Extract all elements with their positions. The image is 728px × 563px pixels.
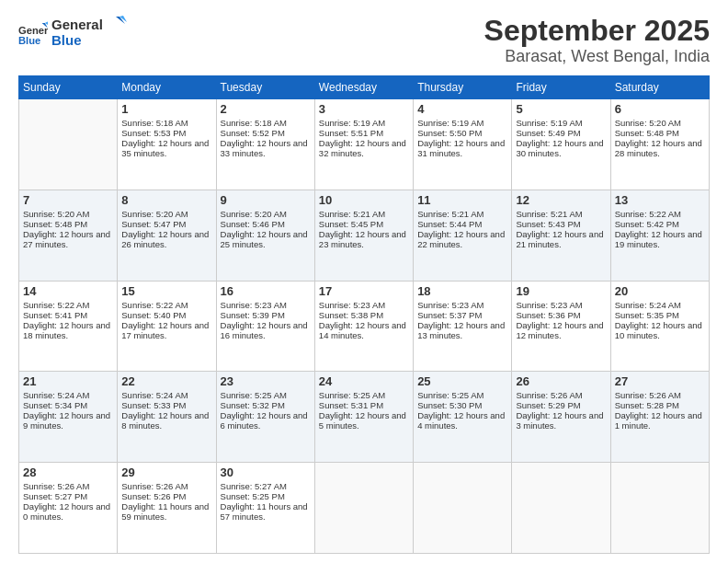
col-saturday: Saturday: [610, 76, 709, 99]
sunrise-text: Sunrise: 5:26 AM: [121, 481, 211, 491]
sunrise-text: Sunrise: 5:21 AM: [319, 209, 409, 219]
sunset-text: Sunset: 5:40 PM: [121, 310, 211, 320]
sunset-text: Sunset: 5:48 PM: [615, 128, 705, 138]
col-tuesday: Tuesday: [216, 76, 314, 99]
svg-text:Blue: Blue: [51, 32, 82, 48]
day-number: 15: [121, 284, 211, 298]
table-row: [512, 463, 610, 554]
day-number: 13: [615, 193, 705, 207]
daylight-text: Daylight: 12 hours and 18 minutes.: [23, 320, 113, 340]
sunset-text: Sunset: 5:44 PM: [417, 219, 507, 229]
table-row: 8Sunrise: 5:20 AMSunset: 5:47 PMDaylight…: [118, 190, 216, 281]
sunset-text: Sunset: 5:32 PM: [221, 400, 311, 410]
calendar-week-row: 21Sunrise: 5:24 AMSunset: 5:34 PMDayligh…: [19, 372, 710, 463]
sunrise-text: Sunrise: 5:19 AM: [319, 118, 409, 128]
day-number: 2: [221, 102, 311, 116]
daylight-text: Daylight: 12 hours and 27 minutes.: [23, 229, 113, 249]
daylight-text: Daylight: 12 hours and 14 minutes.: [319, 320, 409, 340]
col-sunday: Sunday: [19, 76, 118, 99]
table-row: 23Sunrise: 5:25 AMSunset: 5:32 PMDayligh…: [216, 372, 314, 463]
day-number: 6: [615, 102, 705, 116]
sunset-text: Sunset: 5:25 PM: [221, 491, 311, 501]
daylight-text: Daylight: 12 hours and 5 minutes.: [319, 410, 409, 431]
daylight-text: Daylight: 12 hours and 4 minutes.: [417, 410, 507, 431]
sunset-text: Sunset: 5:47 PM: [121, 219, 211, 229]
daylight-text: Daylight: 11 hours and 57 minutes.: [221, 501, 311, 522]
table-row: 21Sunrise: 5:24 AMSunset: 5:34 PMDayligh…: [19, 372, 118, 463]
table-row: 19Sunrise: 5:23 AMSunset: 5:36 PMDayligh…: [512, 281, 610, 372]
day-number: 18: [417, 284, 507, 298]
daylight-text: Daylight: 12 hours and 6 minutes.: [221, 410, 311, 431]
sunset-text: Sunset: 5:38 PM: [319, 310, 409, 320]
daylight-text: Daylight: 12 hours and 23 minutes.: [319, 229, 409, 249]
sunrise-text: Sunrise: 5:21 AM: [516, 209, 606, 219]
daylight-text: Daylight: 12 hours and 21 minutes.: [516, 229, 606, 249]
day-number: 10: [319, 193, 409, 207]
sunset-text: Sunset: 5:48 PM: [23, 219, 113, 229]
daylight-text: Daylight: 12 hours and 16 minutes.: [221, 320, 311, 340]
day-number: 12: [516, 193, 606, 207]
table-row: 4Sunrise: 5:19 AMSunset: 5:50 PMDaylight…: [414, 99, 512, 190]
table-row: [610, 463, 709, 554]
sunset-text: Sunset: 5:52 PM: [221, 128, 311, 138]
table-row: 2Sunrise: 5:18 AMSunset: 5:52 PMDaylight…: [216, 99, 314, 190]
sunrise-text: Sunrise: 5:23 AM: [516, 300, 606, 310]
table-row: 7Sunrise: 5:20 AMSunset: 5:48 PMDaylight…: [19, 190, 118, 281]
title-block: September 2025 Barasat, West Bengal, Ind…: [484, 15, 710, 66]
table-row: 14Sunrise: 5:22 AMSunset: 5:41 PMDayligh…: [19, 281, 118, 372]
table-row: 15Sunrise: 5:22 AMSunset: 5:40 PMDayligh…: [118, 281, 216, 372]
day-number: 29: [121, 465, 211, 479]
table-row: 28Sunrise: 5:26 AMSunset: 5:27 PMDayligh…: [19, 463, 118, 554]
svg-text:Blue: Blue: [18, 35, 40, 46]
svg-text:General: General: [51, 17, 103, 32]
daylight-text: Daylight: 12 hours and 13 minutes.: [417, 320, 507, 340]
sunrise-text: Sunrise: 5:23 AM: [221, 300, 311, 310]
sunset-text: Sunset: 5:37 PM: [417, 310, 507, 320]
day-number: 4: [417, 102, 507, 116]
sunrise-text: Sunrise: 5:20 AM: [23, 209, 113, 219]
table-row: [19, 99, 118, 190]
daylight-text: Daylight: 12 hours and 28 minutes.: [615, 138, 705, 158]
table-row: 1Sunrise: 5:18 AMSunset: 5:53 PMDaylight…: [118, 99, 216, 190]
sunrise-text: Sunrise: 5:26 AM: [23, 481, 113, 491]
calendar-week-row: 14Sunrise: 5:22 AMSunset: 5:41 PMDayligh…: [19, 281, 710, 372]
sunrise-text: Sunrise: 5:18 AM: [121, 118, 211, 128]
day-number: 27: [615, 374, 705, 388]
daylight-text: Daylight: 12 hours and 31 minutes.: [417, 138, 507, 158]
svg-text:General: General: [18, 25, 48, 36]
day-number: 9: [221, 193, 311, 207]
table-row: [314, 463, 413, 554]
day-number: 3: [319, 102, 409, 116]
daylight-text: Daylight: 12 hours and 25 minutes.: [221, 229, 311, 249]
table-row: 20Sunrise: 5:24 AMSunset: 5:35 PMDayligh…: [610, 281, 709, 372]
logo-text: General Blue: [51, 15, 134, 53]
sunrise-text: Sunrise: 5:24 AM: [121, 390, 211, 400]
day-number: 25: [417, 374, 507, 388]
sunset-text: Sunset: 5:31 PM: [319, 400, 409, 410]
table-row: 30Sunrise: 5:27 AMSunset: 5:25 PMDayligh…: [216, 463, 314, 554]
sunset-text: Sunset: 5:45 PM: [319, 219, 409, 229]
daylight-text: Daylight: 12 hours and 19 minutes.: [615, 229, 705, 249]
col-monday: Monday: [118, 76, 216, 99]
day-number: 8: [121, 193, 211, 207]
daylight-text: Daylight: 11 hours and 59 minutes.: [121, 501, 211, 522]
day-number: 7: [23, 193, 113, 207]
day-number: 21: [23, 374, 113, 388]
sunset-text: Sunset: 5:35 PM: [615, 310, 705, 320]
sunset-text: Sunset: 5:30 PM: [417, 400, 507, 410]
sunrise-text: Sunrise: 5:25 AM: [319, 390, 409, 400]
table-row: 27Sunrise: 5:26 AMSunset: 5:28 PMDayligh…: [610, 372, 709, 463]
sunset-text: Sunset: 5:29 PM: [516, 400, 606, 410]
day-number: 16: [221, 284, 311, 298]
table-row: 12Sunrise: 5:21 AMSunset: 5:43 PMDayligh…: [512, 190, 610, 281]
sunset-text: Sunset: 5:27 PM: [23, 491, 113, 501]
sunrise-text: Sunrise: 5:19 AM: [417, 118, 507, 128]
sunset-text: Sunset: 5:33 PM: [121, 400, 211, 410]
daylight-text: Daylight: 12 hours and 3 minutes.: [516, 410, 606, 431]
sunset-text: Sunset: 5:36 PM: [516, 310, 606, 320]
sunrise-text: Sunrise: 5:26 AM: [516, 390, 606, 400]
table-row: 18Sunrise: 5:23 AMSunset: 5:37 PMDayligh…: [414, 281, 512, 372]
sunrise-text: Sunrise: 5:20 AM: [615, 118, 705, 128]
day-number: 24: [319, 374, 409, 388]
sunrise-text: Sunrise: 5:24 AM: [615, 300, 705, 310]
